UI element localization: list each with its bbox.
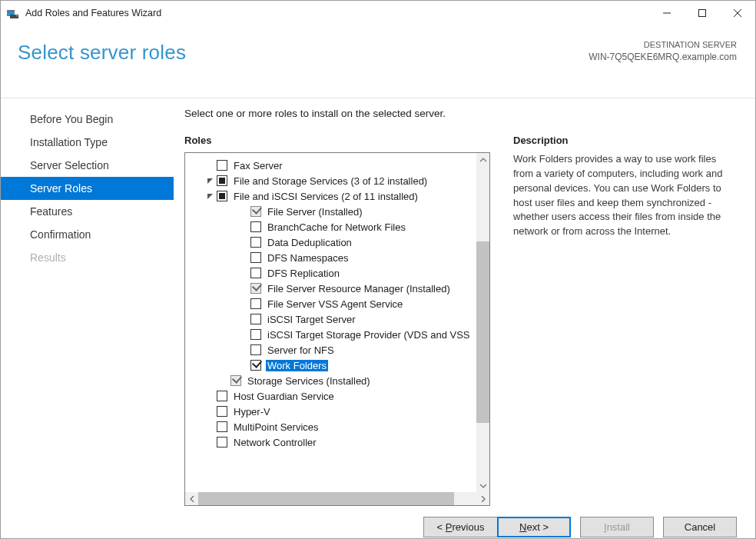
tree-node[interactable]: DFS Replication	[191, 265, 489, 281]
checkbox[interactable]	[250, 268, 261, 278]
arrow-spacer	[205, 407, 215, 417]
scroll-up-button[interactable]	[476, 153, 489, 166]
tree-node[interactable]: Data Deduplication	[191, 235, 489, 250]
svg-marker-8	[207, 178, 213, 184]
tree-node[interactable]: iSCSI Target Server	[191, 311, 489, 327]
header: Select server roles DESTINATION SERVER W…	[1, 25, 755, 98]
checkbox[interactable]	[250, 314, 261, 324]
checkbox[interactable]	[217, 437, 227, 448]
tree-node[interactable]: DFS Namespaces	[191, 250, 489, 265]
scroll-down-button[interactable]	[476, 479, 489, 492]
chevron-down-icon[interactable]	[205, 176, 215, 186]
wizard-step[interactable]: Server Selection	[1, 154, 174, 177]
checkbox[interactable]	[250, 298, 261, 309]
checkbox[interactable]	[217, 175, 227, 186]
tree-node[interactable]: Hyper-V	[191, 404, 489, 419]
tree-node-label: File and iSCSI Services (2 of 11 install…	[232, 191, 419, 202]
roles-listbox: Fax ServerFile and Storage Services (3 o…	[184, 152, 490, 506]
tree-node-label: Fax Server	[232, 160, 284, 171]
tree-node[interactable]: Storage Services (Installed)	[191, 373, 489, 388]
scroll-track-horizontal[interactable]	[198, 492, 476, 505]
scroll-thumb-horizontal[interactable]	[198, 492, 454, 505]
tree-node-label: File Server (Installed)	[266, 206, 364, 218]
checkbox[interactable]	[250, 360, 261, 371]
chevron-down-icon[interactable]	[205, 191, 215, 201]
tree-node[interactable]: File Server Resource Manager (Installed)	[191, 281, 489, 296]
minimize-button[interactable]	[649, 1, 685, 25]
scroll-thumb-vertical[interactable]	[476, 241, 489, 423]
checkbox[interactable]	[250, 237, 261, 248]
scroll-left-button[interactable]	[185, 492, 198, 505]
tree-node[interactable]: Server for NFS	[191, 342, 489, 358]
destination-server-name: WIN-7Q5QEKE6MRQ.example.com	[589, 51, 737, 64]
tree-node[interactable]: Network Controller	[191, 434, 489, 450]
checkbox	[250, 283, 261, 294]
arrow-spacer	[239, 238, 249, 248]
page-title: Select server roles	[18, 41, 186, 65]
tree-node[interactable]: File Server (Installed)	[191, 204, 489, 219]
arrow-spacer	[219, 376, 229, 386]
roles-heading: Roles	[184, 135, 490, 146]
checkbox[interactable]	[250, 329, 261, 340]
tree-node[interactable]: iSCSI Target Storage Provider (VDS and V…	[191, 327, 489, 342]
next-button[interactable]: Next >	[497, 517, 571, 537]
svg-rect-1	[7, 10, 15, 12]
tree-node[interactable]: Work Folders	[191, 358, 489, 373]
checkbox[interactable]	[217, 160, 227, 171]
install-button[interactable]: Install	[580, 517, 654, 537]
svg-rect-2	[10, 15, 18, 18]
scroll-track-vertical[interactable]	[476, 166, 489, 479]
arrow-spacer	[239, 253, 249, 263]
close-button[interactable]	[720, 1, 755, 25]
instruction-text: Select one or more roles to install on t…	[184, 108, 737, 119]
wizard-step[interactable]: Features	[1, 200, 174, 223]
maximize-button[interactable]	[685, 1, 720, 25]
tree-node[interactable]: File and iSCSI Services (2 of 11 install…	[191, 188, 489, 204]
checkbox	[230, 375, 241, 386]
wizard-step[interactable]: Installation Type	[1, 131, 174, 154]
tree-node-label: Hyper-V	[232, 406, 272, 418]
checkbox[interactable]	[217, 421, 227, 432]
tree-node-label: Data Deduplication	[266, 237, 353, 248]
tree-node-label: Storage Services (Installed)	[246, 375, 372, 387]
tree-node-label: File and Storage Services (3 of 12 insta…	[232, 175, 429, 187]
tree-node-label: Network Controller	[232, 437, 318, 448]
roles-tree-viewport[interactable]: Fax ServerFile and Storage Services (3 o…	[185, 153, 489, 492]
arrow-spacer	[205, 391, 215, 401]
tree-node[interactable]: MultiPoint Services	[191, 419, 489, 434]
window-title: Add Roles and Features Wizard	[25, 8, 161, 18]
tree-node[interactable]: BranchCache for Network Files	[191, 219, 489, 235]
wizard-body: Before You BeginInstallation TypeServer …	[1, 98, 755, 506]
arrow-spacer	[239, 330, 249, 340]
scroll-right-button[interactable]	[476, 492, 489, 505]
horizontal-scrollbar[interactable]	[185, 492, 489, 505]
steps-sidebar: Before You BeginInstallation TypeServer …	[1, 98, 174, 506]
nav-button-group: < Previous Next >	[423, 517, 571, 537]
tree-node-label: File Server Resource Manager (Installed)	[266, 283, 452, 294]
tree-node-label: Server for NFS	[266, 344, 336, 356]
checkbox[interactable]	[250, 252, 261, 263]
previous-button[interactable]: < Previous	[423, 517, 497, 537]
tree-node[interactable]: File and Storage Services (3 of 12 insta…	[191, 173, 489, 188]
checkbox[interactable]	[250, 344, 261, 355]
wizard-step[interactable]: Before You Begin	[1, 108, 174, 131]
tree-node[interactable]: Fax Server	[191, 158, 489, 173]
wizard-step[interactable]: Confirmation	[1, 223, 174, 246]
tree-node-label: DFS Replication	[266, 268, 341, 279]
arrow-spacer	[239, 299, 249, 309]
main-panel: Select one or more roles to install on t…	[174, 98, 755, 506]
checkbox[interactable]	[217, 406, 227, 417]
tree-node-label: MultiPoint Services	[232, 421, 320, 433]
checkbox[interactable]	[217, 391, 227, 401]
arrow-spacer	[239, 268, 249, 278]
checkbox[interactable]	[250, 221, 261, 232]
cancel-button[interactable]: Cancel	[663, 517, 737, 537]
server-manager-icon	[5, 6, 19, 20]
tree-node[interactable]: Host Guardian Service	[191, 388, 489, 404]
checkbox[interactable]	[217, 191, 227, 201]
arrow-spacer	[239, 222, 249, 232]
arrow-spacer	[205, 161, 215, 171]
wizard-step[interactable]: Server Roles	[1, 177, 174, 200]
tree-node[interactable]: File Server VSS Agent Service	[191, 296, 489, 311]
vertical-scrollbar[interactable]	[476, 153, 489, 492]
